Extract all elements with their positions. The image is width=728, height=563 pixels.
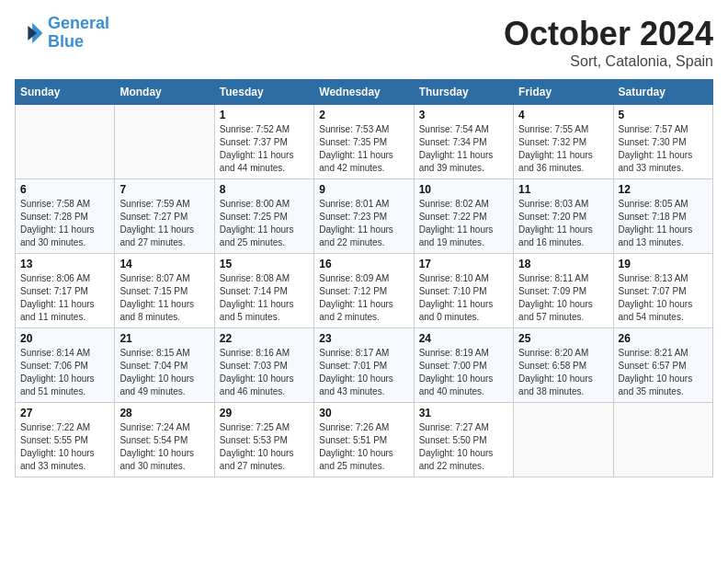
day-number: 1 [220,109,309,121]
day-info: Sunrise: 8:07 AM Sunset: 7:15 PM Dayligh… [119,272,209,324]
day-info: Sunrise: 7:25 AM Sunset: 5:53 PM Dayligh… [220,421,309,473]
day-number: 18 [518,258,608,270]
calendar-cell: 16Sunrise: 8:09 AM Sunset: 7:12 PM Dayli… [314,254,414,328]
calendar-cell: 14Sunrise: 8:07 AM Sunset: 7:15 PM Dayli… [115,254,214,328]
calendar-cell: 12Sunrise: 8:05 AM Sunset: 7:18 PM Dayli… [613,179,712,254]
calendar-week-row: 27Sunrise: 7:22 AM Sunset: 5:55 PM Dayli… [16,403,713,477]
day-number: 10 [419,183,508,196]
day-info: Sunrise: 8:17 AM Sunset: 7:01 PM Dayligh… [319,347,408,398]
calendar-cell: 27Sunrise: 7:22 AM Sunset: 5:55 PM Dayli… [16,403,115,477]
column-header-friday: Friday [514,80,613,105]
day-info: Sunrise: 8:02 AM Sunset: 7:22 PM Dayligh… [419,198,508,249]
day-info: Sunrise: 7:24 AM Sunset: 5:54 PM Dayligh… [119,421,209,473]
calendar-cell: 23Sunrise: 8:17 AM Sunset: 7:01 PM Dayli… [314,328,414,403]
day-number: 19 [619,258,708,270]
calendar-cell: 11Sunrise: 8:03 AM Sunset: 7:20 PM Dayli… [514,179,613,254]
day-number: 7 [119,183,209,196]
day-info: Sunrise: 7:58 AM Sunset: 7:28 PM Dayligh… [20,198,109,249]
day-number: 29 [220,407,309,419]
calendar-cell [613,403,712,477]
calendar-cell: 3Sunrise: 7:54 AM Sunset: 7:34 PM Daylig… [414,105,513,179]
day-info: Sunrise: 8:10 AM Sunset: 7:10 PM Dayligh… [419,272,508,324]
header: General Blue October 2024 Sort, Cataloni… [15,15,713,70]
calendar-cell: 22Sunrise: 8:16 AM Sunset: 7:03 PM Dayli… [214,328,313,403]
day-number: 26 [619,332,708,345]
calendar-cell: 13Sunrise: 8:06 AM Sunset: 7:17 PM Dayli… [16,254,115,328]
day-number: 24 [419,332,508,345]
day-number: 11 [518,183,608,196]
day-info: Sunrise: 7:59 AM Sunset: 7:27 PM Dayligh… [119,198,209,249]
day-info: Sunrise: 7:54 AM Sunset: 7:34 PM Dayligh… [419,123,508,175]
day-info: Sunrise: 8:06 AM Sunset: 7:17 PM Dayligh… [20,272,109,324]
day-info: Sunrise: 8:16 AM Sunset: 7:03 PM Dayligh… [220,347,309,398]
column-header-saturday: Saturday [613,80,712,105]
calendar-cell: 18Sunrise: 8:11 AM Sunset: 7:09 PM Dayli… [514,254,613,328]
day-number: 13 [20,258,109,270]
day-number: 28 [119,407,209,419]
day-info: Sunrise: 7:55 AM Sunset: 7:32 PM Dayligh… [518,123,608,175]
day-info: Sunrise: 8:19 AM Sunset: 7:00 PM Dayligh… [419,347,508,398]
month-title: October 2024 [504,15,713,53]
calendar-cell: 30Sunrise: 7:26 AM Sunset: 5:51 PM Dayli… [314,403,414,477]
calendar-cell: 9Sunrise: 8:01 AM Sunset: 7:23 PM Daylig… [314,179,414,254]
day-info: Sunrise: 7:26 AM Sunset: 5:51 PM Dayligh… [319,421,408,473]
calendar-cell: 19Sunrise: 8:13 AM Sunset: 7:07 PM Dayli… [613,254,712,328]
calendar-week-row: 13Sunrise: 8:06 AM Sunset: 7:17 PM Dayli… [16,254,713,328]
day-number: 16 [319,258,408,270]
day-info: Sunrise: 8:14 AM Sunset: 7:06 PM Dayligh… [20,347,109,398]
day-number: 3 [419,109,508,121]
day-number: 17 [419,258,508,270]
calendar-cell: 21Sunrise: 8:15 AM Sunset: 7:04 PM Dayli… [115,328,214,403]
day-number: 8 [220,183,309,196]
day-info: Sunrise: 8:01 AM Sunset: 7:23 PM Dayligh… [319,198,408,249]
calendar-cell: 29Sunrise: 7:25 AM Sunset: 5:53 PM Dayli… [214,403,313,477]
day-info: Sunrise: 8:13 AM Sunset: 7:07 PM Dayligh… [619,272,708,324]
calendar-cell: 1Sunrise: 7:52 AM Sunset: 7:37 PM Daylig… [214,105,313,179]
day-number: 4 [518,109,608,121]
day-number: 2 [319,109,408,121]
day-number: 27 [20,407,109,419]
day-info: Sunrise: 7:53 AM Sunset: 7:35 PM Dayligh… [319,123,408,175]
location-title: Sort, Catalonia, Spain [504,53,713,70]
logo: General Blue [15,15,109,52]
day-info: Sunrise: 8:15 AM Sunset: 7:04 PM Dayligh… [119,347,209,398]
calendar-table: SundayMondayTuesdayWednesdayThursdayFrid… [15,79,713,477]
calendar-week-row: 20Sunrise: 8:14 AM Sunset: 7:06 PM Dayli… [16,328,713,403]
day-info: Sunrise: 8:20 AM Sunset: 6:58 PM Dayligh… [518,347,608,398]
day-info: Sunrise: 7:52 AM Sunset: 7:37 PM Dayligh… [220,123,309,175]
day-info: Sunrise: 8:08 AM Sunset: 7:14 PM Dayligh… [220,272,309,324]
calendar-cell [115,105,214,179]
column-header-monday: Monday [115,80,214,105]
calendar-body: 1Sunrise: 7:52 AM Sunset: 7:37 PM Daylig… [16,105,713,477]
day-number: 6 [20,183,109,196]
calendar-cell: 20Sunrise: 8:14 AM Sunset: 7:06 PM Dayli… [16,328,115,403]
day-info: Sunrise: 7:22 AM Sunset: 5:55 PM Dayligh… [20,421,109,473]
day-number: 31 [419,407,508,419]
day-info: Sunrise: 8:09 AM Sunset: 7:12 PM Dayligh… [319,272,408,324]
calendar-cell [514,403,613,477]
day-number: 30 [319,407,408,419]
day-number: 15 [220,258,309,270]
day-number: 9 [319,183,408,196]
calendar-cell: 24Sunrise: 8:19 AM Sunset: 7:00 PM Dayli… [414,328,513,403]
column-header-tuesday: Tuesday [214,80,313,105]
day-number: 5 [619,109,708,121]
day-number: 23 [319,332,408,345]
column-header-thursday: Thursday [414,80,513,105]
calendar-cell: 6Sunrise: 7:58 AM Sunset: 7:28 PM Daylig… [16,179,115,254]
calendar-cell: 26Sunrise: 8:21 AM Sunset: 6:57 PM Dayli… [613,328,712,403]
calendar-header-row: SundayMondayTuesdayWednesdayThursdayFrid… [16,80,713,105]
day-number: 14 [119,258,209,270]
calendar-cell: 15Sunrise: 8:08 AM Sunset: 7:14 PM Dayli… [214,254,313,328]
calendar-cell: 8Sunrise: 8:00 AM Sunset: 7:25 PM Daylig… [214,179,313,254]
calendar-cell [16,105,115,179]
day-info: Sunrise: 7:57 AM Sunset: 7:30 PM Dayligh… [619,123,708,175]
day-info: Sunrise: 8:03 AM Sunset: 7:20 PM Dayligh… [518,198,608,249]
logo-icon [15,18,44,48]
day-number: 25 [518,332,608,345]
calendar-cell: 5Sunrise: 7:57 AM Sunset: 7:30 PM Daylig… [613,105,712,179]
calendar-cell: 31Sunrise: 7:27 AM Sunset: 5:50 PM Dayli… [414,403,513,477]
day-info: Sunrise: 8:00 AM Sunset: 7:25 PM Dayligh… [220,198,309,249]
column-header-sunday: Sunday [16,80,115,105]
title-area: October 2024 Sort, Catalonia, Spain [504,15,713,70]
